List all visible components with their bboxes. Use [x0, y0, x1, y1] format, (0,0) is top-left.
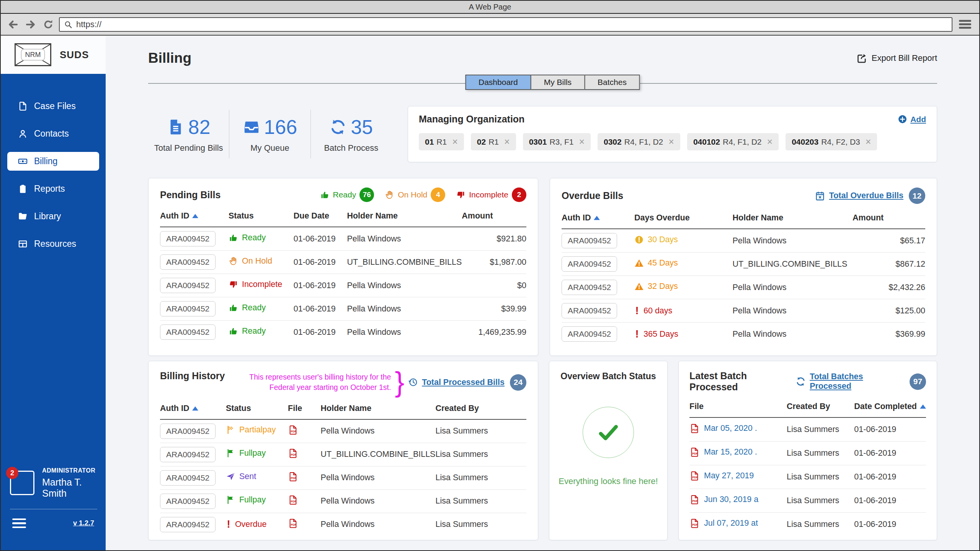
days-overdue-badge: !365 Days: [634, 328, 678, 340]
sidebar: NRM SUDS Case Files Contacts Billing: [1, 36, 106, 550]
add-organization-button[interactable]: Add: [898, 114, 926, 124]
org-chip[interactable]: 040102R4, F1, D2×: [687, 133, 779, 150]
close-icon[interactable]: ×: [579, 137, 585, 147]
status-badge: Fullpay: [226, 495, 266, 505]
exclamation-icon: !: [634, 328, 640, 340]
latest-batch-processed-panel: Latest Batch Processed Total Batches Pro…: [678, 361, 937, 540]
sidebar-item-case-files[interactable]: Case Files: [1, 97, 106, 116]
batch-file-link[interactable]: Mar 15, 2020 .: [689, 447, 757, 457]
person-icon: [18, 129, 28, 139]
sidebar-item-library[interactable]: Library: [1, 207, 106, 226]
inbox-icon: [243, 118, 260, 136]
thumbs-up-icon: [229, 233, 238, 243]
panel-title: Pending Bills: [160, 189, 220, 201]
auth-id-button[interactable]: ARA009452: [562, 256, 617, 272]
export-icon: [856, 52, 867, 64]
table-row: ARA009452 Sent Pella Windows Lisa Summer…: [160, 466, 526, 489]
tab-strip: Dashboard My Bills Batches: [148, 75, 937, 90]
column-header-auth-id[interactable]: Auth ID: [160, 211, 229, 227]
close-icon[interactable]: ×: [866, 137, 871, 147]
tab-dashboard[interactable]: Dashboard: [465, 75, 531, 90]
tab-my-bills[interactable]: My Bills: [531, 75, 585, 90]
url-bar[interactable]: [59, 17, 952, 32]
overview-batch-status-panel: Overview Batch Status Everything looks f…: [549, 361, 668, 540]
stat-batch-process: 35 Batch Process: [311, 116, 392, 153]
avatar[interactable]: 2: [10, 471, 34, 495]
browser-menu-button[interactable]: [956, 17, 974, 32]
tab-batches[interactable]: Batches: [584, 75, 640, 90]
close-icon[interactable]: ×: [452, 137, 458, 147]
count-badge: 12: [909, 187, 925, 204]
auth-id-button[interactable]: ARA009452: [160, 231, 216, 246]
close-icon[interactable]: ×: [668, 137, 674, 147]
column-header-auth-id[interactable]: Auth ID: [562, 213, 634, 229]
auth-id-button[interactable]: ARA009452: [562, 303, 617, 318]
auth-id-button[interactable]: ARA009452: [160, 470, 216, 486]
legend-count-badge: 2: [512, 187, 526, 202]
total-processed-bills-link[interactable]: Total Processed Bills: [422, 378, 505, 387]
batch-file-link[interactable]: Jun 30, 2019 a: [689, 494, 758, 505]
status-message: Everything looks fine here!: [559, 476, 658, 486]
sidebar-item-reports[interactable]: Reports: [1, 179, 106, 198]
browser-window: A Web Page NRM SUDS Case File: [0, 0, 980, 551]
auth-id-button[interactable]: ARA009452: [160, 324, 216, 340]
auth-id-button[interactable]: ARA009452: [562, 233, 617, 248]
batch-file-link[interactable]: May 27, 2019: [689, 471, 754, 481]
column-header-date-completed[interactable]: Date Completed: [854, 402, 926, 417]
pdf-file-icon[interactable]: [288, 518, 298, 528]
org-chip[interactable]: 0301R3, F1×: [523, 133, 591, 150]
pdf-file-icon[interactable]: [288, 471, 298, 482]
total-batches-processed-link[interactable]: Total Batches Processed: [810, 372, 904, 391]
batch-file-link[interactable]: Mar 05, 2020 .: [689, 423, 757, 434]
folder-icon: [18, 211, 28, 222]
forward-button[interactable]: [24, 18, 38, 31]
table-row: May 27, 2019 Lisa Summers 01-06-2019: [689, 465, 926, 489]
hamburger-menu-icon[interactable]: [12, 518, 26, 528]
close-icon[interactable]: ×: [504, 137, 510, 147]
org-chip[interactable]: 01R1×: [419, 133, 464, 150]
auth-id-button[interactable]: ARA009452: [160, 301, 216, 316]
notification-badge: 2: [6, 467, 18, 479]
url-input[interactable]: [76, 20, 948, 29]
stat-my-queue: 166 My Queue: [229, 116, 310, 153]
sort-up-icon: [594, 216, 600, 220]
org-chip[interactable]: 02R1×: [471, 133, 516, 150]
close-icon[interactable]: ×: [767, 137, 773, 147]
back-button[interactable]: [6, 18, 20, 31]
legend-on-hold: On Hold 4: [385, 187, 445, 202]
sidebar-item-billing[interactable]: Billing: [7, 152, 99, 171]
auth-id-button[interactable]: ARA009452: [160, 254, 216, 270]
table-row: ARA009452 Partialpay Pella Windows Lisa …: [160, 419, 526, 443]
pdf-file-icon[interactable]: [288, 495, 298, 505]
column-header-holder-name: Holder Name: [733, 213, 853, 229]
pdf-file-icon[interactable]: [288, 448, 298, 458]
annotation-note: This represents user's billing history f…: [228, 372, 391, 393]
org-chip[interactable]: 040203R4, F2, D3×: [786, 133, 877, 150]
created-by: Lisa Summers: [435, 466, 526, 489]
days-overdue-badge: 32 Days: [634, 282, 678, 291]
table-row: Jun 30, 2019 a Lisa Summers 01-06-2019: [689, 489, 926, 513]
auth-id-button[interactable]: ARA009452: [160, 517, 216, 532]
version-link[interactable]: v 1.2.7: [73, 519, 94, 527]
auth-id-button[interactable]: ARA009452: [160, 447, 216, 462]
export-bill-report-button[interactable]: Export Bill Report: [856, 52, 937, 64]
total-overdue-bills-link[interactable]: Total Overdue Bills: [829, 191, 903, 201]
org-chip[interactable]: 0302R4, F1, D2×: [598, 133, 680, 150]
auth-id-button[interactable]: ARA009452: [160, 494, 216, 509]
batch-file-link[interactable]: Jul 07, 2019 at: [689, 518, 758, 528]
auth-id-button[interactable]: ARA009452: [562, 326, 617, 342]
sidebar-item-contacts[interactable]: Contacts: [1, 124, 106, 143]
refresh-button[interactable]: [41, 18, 55, 31]
column-header-holder-name: Holder Name: [321, 404, 436, 419]
sidebar-item-resources[interactable]: Resources: [1, 235, 106, 253]
pdf-file-icon[interactable]: [288, 425, 298, 435]
stats-row: 82 Total Pending Bills 166 My Queue: [148, 106, 392, 162]
column-header-auth-id[interactable]: Auth ID: [160, 404, 226, 419]
days-overdue-badge: 30 Days: [634, 235, 678, 245]
amount: $867.12: [853, 253, 925, 276]
auth-id-button[interactable]: ARA009452: [562, 280, 617, 295]
table-row: Mar 15, 2020 . Lisa Summers 01-06-2019: [689, 442, 926, 465]
status-badge: Partialpay: [226, 425, 276, 435]
auth-id-button[interactable]: ARA009452: [160, 278, 216, 293]
auth-id-button[interactable]: ARA009452: [160, 424, 216, 439]
